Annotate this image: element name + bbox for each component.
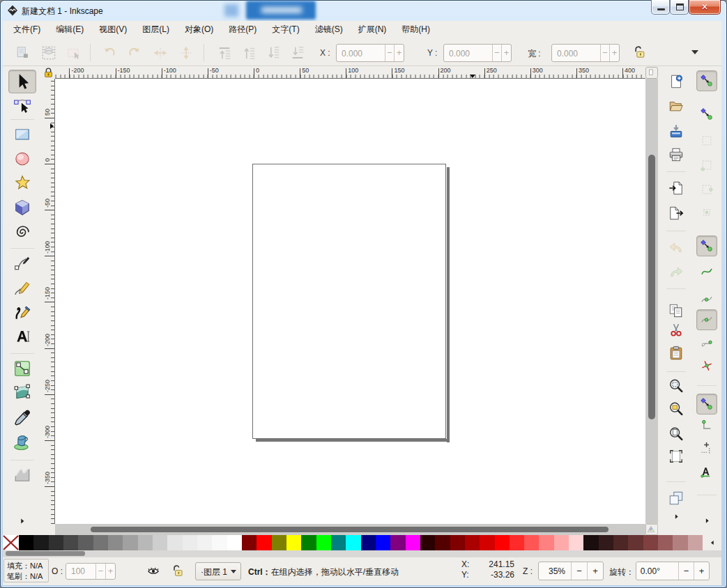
palette-swatch[interactable] — [673, 535, 687, 550]
select-all-layers-button[interactable] — [40, 45, 57, 61]
zoom-drawing-button[interactable] — [666, 399, 687, 419]
palette-swatch[interactable] — [658, 535, 673, 550]
palette-swatch[interactable] — [272, 535, 286, 550]
select-all-button[interactable] — [15, 45, 31, 61]
menu-1[interactable]: 文件(F) — [6, 21, 48, 39]
flip-vertical-button[interactable] — [178, 45, 194, 61]
palette-swatch[interactable] — [406, 535, 420, 550]
palette-swatch[interactable] — [227, 535, 242, 550]
palette-swatch[interactable] — [63, 535, 78, 550]
menu-6[interactable]: 路径(P) — [221, 21, 264, 39]
palette-swatch[interactable] — [242, 535, 257, 550]
layer-visibility-icon[interactable] — [146, 564, 160, 580]
open-document-button[interactable] — [666, 95, 687, 116]
snap-others-button[interactable] — [696, 394, 717, 415]
export-button[interactable] — [666, 203, 687, 224]
rotate-ccw-button[interactable] — [101, 45, 118, 61]
palette-swatch[interactable] — [138, 535, 153, 550]
vertical-ruler[interactable]: 500-50-100-150-200-250-300-350 — [43, 79, 55, 524]
palette-swatch[interactable] — [569, 535, 583, 550]
palette-swatch[interactable] — [78, 535, 93, 550]
import-button[interactable] — [666, 178, 687, 199]
snap-bbox-corner-button[interactable] — [696, 155, 717, 176]
palette-swatch[interactable] — [167, 535, 182, 550]
palette-none-swatch[interactable] — [3, 535, 19, 550]
palette-swatch[interactable] — [450, 535, 465, 550]
undo-button[interactable] — [666, 237, 687, 258]
canvas[interactable] — [55, 79, 645, 524]
paint-bucket-tool[interactable] — [8, 430, 36, 454]
lower-button[interactable] — [265, 45, 282, 61]
coord-spinbox[interactable]: 0.000−+ — [336, 44, 404, 62]
menu-5[interactable]: 对象(O) — [177, 21, 221, 39]
color-management-button[interactable] — [645, 524, 658, 535]
palette-swatch[interactable] — [554, 535, 569, 550]
new-document-button[interactable] — [666, 71, 687, 92]
spin-increase[interactable]: + — [394, 45, 404, 61]
star-tool[interactable] — [8, 171, 36, 195]
coord-spinbox[interactable]: 0.000−+ — [443, 44, 512, 62]
fill-stroke-indicator[interactable]: 填充：N/A 笔刷：N/A — [3, 559, 49, 582]
snapbar-overflow-button[interactable] — [696, 510, 717, 531]
palette-swatch[interactable] — [153, 535, 167, 550]
spin-decrease[interactable]: − — [600, 45, 609, 61]
palette-swatch[interactable] — [628, 535, 643, 550]
coord-spinbox[interactable]: 0.000−+ — [551, 44, 620, 62]
palette-swatch[interactable] — [19, 535, 33, 550]
spin-decrease[interactable]: − — [492, 45, 501, 61]
menu-9[interactable]: 扩展(N) — [351, 21, 395, 39]
spin-increase[interactable]: + — [501, 45, 511, 61]
horizontal-ruler[interactable]: -200-150-100-50050100150200250300350400 — [55, 67, 645, 79]
print-document-button[interactable] — [666, 144, 687, 165]
palette-swatch[interactable] — [316, 535, 331, 550]
zoom-selection-button[interactable] — [666, 376, 687, 396]
horizontal-scrollbar-thumb[interactable] — [91, 527, 609, 532]
snap-line-midpoint-button[interactable] — [696, 355, 717, 376]
palette-scroll-left-icon[interactable] — [703, 535, 721, 550]
bezier-pen-tool[interactable] — [8, 252, 36, 275]
palette-swatch[interactable] — [376, 535, 390, 550]
palette-swatch[interactable] — [257, 535, 271, 550]
opacity-increase[interactable]: + — [105, 564, 115, 579]
node-editor-tool[interactable] — [8, 93, 36, 116]
menu-8[interactable]: 滤镜(S) — [307, 21, 351, 39]
rotation-decrease[interactable]: − — [678, 562, 694, 580]
palette-swatch[interactable] — [93, 535, 108, 550]
calligraphy-tool[interactable] — [8, 300, 36, 324]
flip-horizontal-button[interactable] — [152, 45, 169, 61]
palette-swatch[interactable] — [33, 535, 48, 550]
palette-swatch[interactable] — [197, 535, 212, 550]
snap-bbox-edge-mid-button[interactable] — [696, 179, 717, 200]
box-3d-tool[interactable] — [8, 196, 36, 219]
pencil-tool[interactable] — [8, 276, 36, 300]
palette-swatch[interactable] — [331, 535, 346, 550]
snap-object-center-button[interactable] — [696, 415, 717, 436]
palette-swatch[interactable] — [480, 535, 494, 550]
snap-text-baseline-button[interactable] — [696, 461, 717, 482]
palette-swatch[interactable] — [643, 535, 658, 550]
lock-ratio-icon[interactable] — [632, 44, 648, 61]
ellipse-tool[interactable] — [8, 147, 36, 171]
ruler-corner-button[interactable] — [645, 67, 658, 79]
zoom-increase[interactable]: + — [587, 562, 603, 580]
deselect-button[interactable] — [65, 45, 82, 61]
selector-tool[interactable] — [8, 70, 36, 93]
spin-decrease[interactable]: − — [385, 45, 394, 61]
palette-swatch[interactable] — [286, 535, 301, 550]
rectangle-tool[interactable] — [8, 123, 36, 146]
palette-swatch[interactable] — [539, 535, 553, 550]
opacity-decrease[interactable]: − — [95, 564, 105, 579]
palette-swatch[interactable] — [212, 535, 227, 550]
snap-nodes-button[interactable] — [696, 235, 717, 256]
palette-swatch[interactable] — [524, 535, 539, 550]
vertical-scrollbar[interactable] — [645, 79, 658, 524]
menu-4[interactable]: 图层(L) — [135, 21, 177, 39]
maximize-button[interactable] — [670, 0, 689, 15]
menu-10[interactable]: 帮助(H) — [394, 21, 438, 39]
opacity-spinbox[interactable]: 100 − + — [66, 563, 116, 580]
toolbar-overflow-icon[interactable] — [691, 50, 698, 54]
palette-swatch[interactable] — [123, 535, 137, 550]
save-document-button[interactable] — [666, 121, 687, 141]
commands-overflow-button[interactable] — [666, 506, 687, 527]
snap-path-intersection-button[interactable] — [696, 289, 717, 310]
